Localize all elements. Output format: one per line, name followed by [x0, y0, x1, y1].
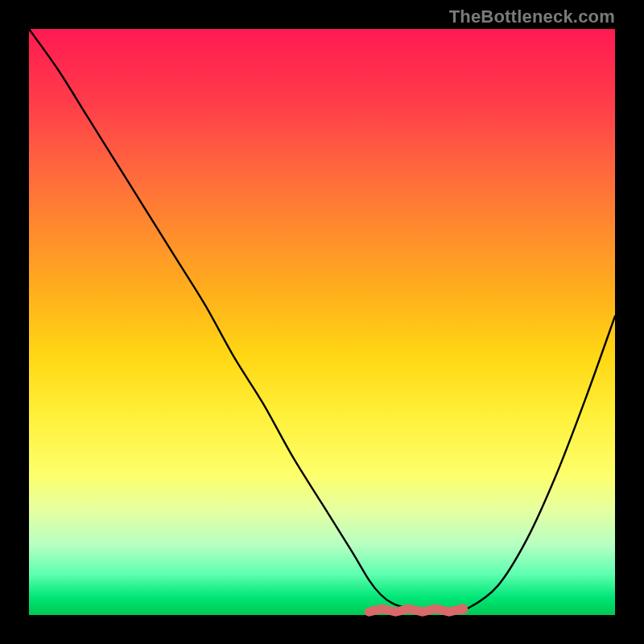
optimal-endpoint-dot: [457, 604, 468, 614]
optimal-range-marker: [369, 609, 462, 612]
bottleneck-curve: [29, 29, 615, 612]
chart-overlay: [29, 29, 615, 615]
bottleneck-chart: TheBottleneck.com: [0, 0, 644, 644]
watermark-text: TheBottleneck.com: [449, 6, 615, 27]
